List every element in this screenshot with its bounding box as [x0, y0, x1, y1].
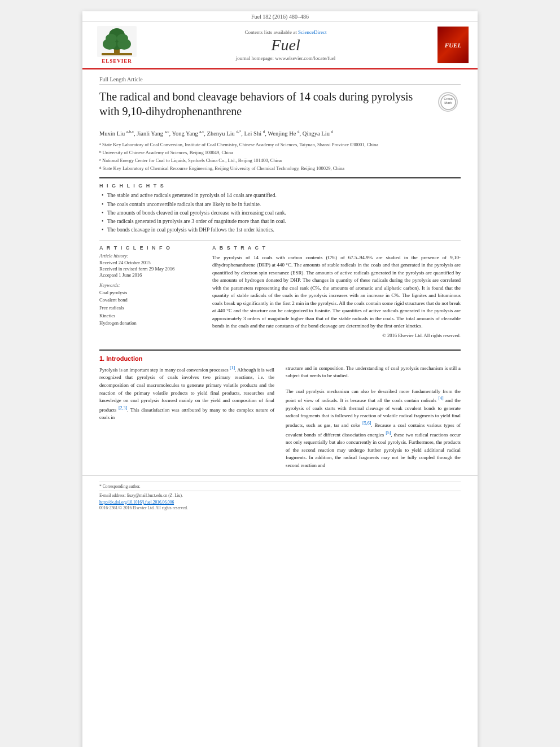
svg-point-7	[117, 34, 128, 43]
body-text-left: Pyrolysis is an important step in many c…	[99, 365, 274, 422]
keywords-list: Coal pyrolysis Covalent bond Free radica…	[99, 289, 201, 327]
journal-title: Fuel	[142, 36, 429, 54]
journal-header: ELSEVIER Contents lists available at Sci…	[82, 21, 478, 69]
body-two-col: Pyrolysis is an important step in many c…	[99, 365, 461, 470]
thick-divider-1	[99, 177, 461, 178]
body-content: 1. Introduction Pyrolysis is an importan…	[82, 355, 478, 470]
highlights-list: The stable and active radicals generated…	[99, 192, 461, 234]
revised-date: Received in revised form 29 May 2016	[99, 266, 201, 272]
abstract-label: A B S T R A C T	[212, 245, 461, 251]
elsevier-brand-text: ELSEVIER	[102, 58, 132, 64]
abstract-column: A B S T R A C T The pyrolysis of 14 coal…	[212, 245, 461, 338]
journal-center-info: Contents lists available at ScienceDirec…	[142, 29, 429, 61]
highlight-item: The coals contain unconvertible radicals…	[99, 201, 461, 208]
corresponding-author-note: * Corresponding author.	[99, 482, 461, 489]
copyright-text: © 2016 Elsevier Ltd. All rights reserved…	[212, 333, 461, 338]
body-col-right: structure and in composition. The unders…	[286, 365, 461, 470]
email-text: liuzy@mail.buct.edu.cn (Z. Liu).	[127, 493, 183, 498]
keywords-label: Keywords:	[99, 282, 201, 288]
accepted-date: Accepted 1 June 2016	[99, 272, 201, 278]
highlight-item: The stable and active radicals generated…	[99, 192, 461, 199]
ref-4: [4]	[438, 396, 443, 401]
affiliation-d: d State Key Laboratory of Chemical Recou…	[99, 165, 461, 172]
svg-text:Cross: Cross	[444, 97, 453, 101]
affiliations: a State Key Laboratory of Coal Conversio…	[99, 141, 461, 172]
affiliation-a: a State Key Laboratory of Coal Conversio…	[99, 141, 461, 148]
authors-line: Muxin Liu a,b,c, Jianli Yang a,c, Yong Y…	[99, 129, 461, 138]
highlight-item: The bonds cleavage in coal pyrolysis wit…	[99, 226, 461, 234]
received-date: Received 24 October 2015	[99, 260, 201, 265]
svg-text:Mark: Mark	[444, 101, 452, 104]
thick-divider-2	[99, 350, 461, 351]
highlight-item: The amounts of bonds cleaved in coal pyr…	[99, 209, 461, 217]
affiliation-b: b University of Chinese Academy of Scien…	[99, 149, 461, 156]
article-info-section: A R T I C L E I N F O Article history: R…	[99, 245, 201, 278]
svg-rect-8	[102, 53, 132, 55]
crossmark-container[interactable]: Cross Mark	[438, 92, 461, 112]
body-col-left: Pyrolysis is an important step in many c…	[99, 365, 274, 470]
crossmark-icon: Cross Mark	[438, 92, 458, 112]
article-history-label: Article history:	[99, 253, 201, 259]
highlights-label: H I G H L I G H T S	[99, 183, 461, 189]
email-label: E-mail address:	[99, 493, 126, 498]
ref-2-3: [2,3]	[119, 405, 127, 410]
journal-reference: Fuel 182 (2016) 480–486	[82, 11, 478, 21]
page-footer: * Corresponding author. E-mail address: …	[82, 475, 478, 515]
keywords-section: Keywords: Coal pyrolysis Covalent bond F…	[99, 282, 201, 327]
affil-a-text: State Key Laboratory of Coal Conversion,…	[102, 141, 378, 148]
ref-1: [1]	[230, 365, 235, 370]
section-divider-1	[99, 240, 461, 241]
keyword-item: Coal pyrolysis	[99, 289, 201, 297]
affil-b-text: University of Chinese Academy of Science…	[103, 149, 233, 156]
keyword-item: Hydrogen donation	[99, 320, 201, 327]
article-info-label: A R T I C L E I N F O	[99, 245, 201, 251]
journal-ref-text: Fuel 182 (2016) 480–486	[251, 14, 309, 20]
body-text-right: structure and in composition. The unders…	[286, 365, 461, 470]
keyword-item: Free radicals	[99, 304, 201, 312]
keyword-item: Covalent bond	[99, 296, 201, 304]
fuel-badge-container: FUEL	[429, 27, 469, 63]
sciencedirect-link[interactable]: ScienceDirect	[298, 29, 326, 35]
abstract-text: The pyrolysis of 14 coals with carbon co…	[212, 254, 461, 330]
keyword-item: Kinetics	[99, 312, 201, 320]
article-title: The radical and bond cleavage behaviors …	[99, 89, 432, 119]
svg-point-6	[106, 34, 117, 43]
affil-d-text: State Key Laboratory of Chemical Recours…	[103, 165, 345, 172]
highlight-item: The radicals generated in pyrolysis are …	[99, 218, 461, 225]
affil-c-text: National Energy Center for Coal to Liqui…	[102, 157, 282, 164]
section-1-heading: 1. Introduction	[99, 355, 461, 362]
fuel-badge: FUEL	[438, 27, 469, 63]
elsevier-tree-icon	[97, 26, 137, 57]
ref-5-6: [5,6]	[362, 421, 371, 426]
journal-homepage-text: journal homepage: www.elsevier.com/locat…	[142, 55, 429, 61]
ref-5b: [5]	[386, 430, 391, 435]
issn-text: 0016-2361/© 2016 Elsevier Ltd. All right…	[99, 505, 461, 510]
article-title-text: The radical and bond cleavage behaviors …	[99, 89, 432, 123]
doi-link[interactable]: http://dx.doi.org/10.1016/j.fuel.2016.06…	[99, 500, 461, 505]
affiliation-c: c National Energy Center for Coal to Liq…	[99, 157, 461, 164]
article-title-section: The radical and bond cleavage behaviors …	[99, 89, 461, 123]
email-note: E-mail address: liuzy@mail.buct.edu.cn (…	[99, 491, 461, 498]
article-info-column: A R T I C L E I N F O Article history: R…	[99, 245, 201, 338]
contents-available-text: Contents lists available at ScienceDirec…	[142, 29, 429, 35]
elsevier-logo: ELSEVIER	[91, 26, 142, 64]
article-info-abstract: A R T I C L E I N F O Article history: R…	[99, 245, 461, 338]
article-content: Full Length Article The radical and bond…	[82, 69, 478, 345]
article-type-label: Full Length Article	[99, 76, 461, 85]
fuel-badge-text: FUEL	[445, 42, 461, 49]
corresponding-author-label: * Corresponding author.	[99, 484, 141, 489]
